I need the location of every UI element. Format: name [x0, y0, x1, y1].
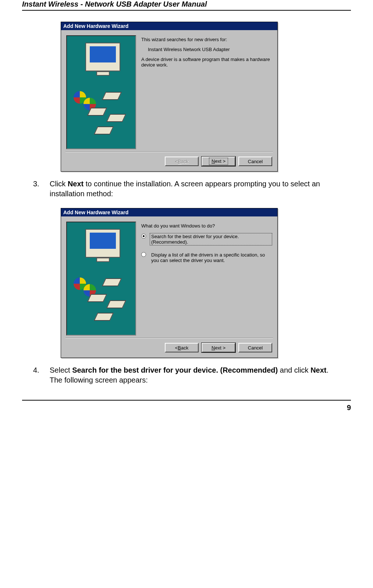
step-4: 4. Select Search for the best driver for…: [33, 365, 340, 385]
page-header: Instant Wireless - Network USB Adapter U…: [22, 0, 351, 11]
dialog-title: Add New Hardware Wizard: [61, 208, 277, 216]
wizard1-line3: A device driver is a software program th…: [141, 57, 272, 68]
cancel-button[interactable]: Cancel: [238, 157, 272, 166]
radio-label: Display a list of all the drivers in a s…: [150, 251, 272, 264]
wizard-graphic: [66, 35, 136, 149]
step-number: 4.: [33, 365, 50, 385]
wizard-graphic: [66, 222, 136, 336]
radio-icon: [141, 252, 146, 257]
radio-label: Search for the best driver for your devi…: [150, 233, 272, 245]
wizard1-device-name: Instant Wireless Network USB Adapter: [148, 47, 272, 52]
wizard-2: Add New Hardware Wizard What do you want…: [61, 208, 351, 358]
dialog-title: Add New Hardware Wizard: [61, 22, 277, 30]
back-button[interactable]: < Back: [165, 343, 199, 352]
step-3: 3. Click Next to continue the installati…: [33, 179, 340, 199]
wizard2-prompt: What do you want Windows to do?: [141, 223, 272, 229]
radio-option-recommended[interactable]: Search for the best driver for your devi…: [141, 233, 272, 245]
next-button[interactable]: Next >: [202, 157, 235, 166]
page-number: 9: [22, 400, 351, 412]
step-number: 3.: [33, 179, 50, 199]
back-button: < Back: [165, 157, 199, 166]
wizard1-line1: This wizard searches for new drivers for…: [141, 37, 272, 42]
next-button[interactable]: Next >: [202, 343, 235, 352]
wizard-1: Add New Hardware Wizard This wizard sear…: [61, 22, 351, 172]
cancel-button[interactable]: Cancel: [238, 343, 272, 352]
radio-icon: [141, 234, 146, 239]
radio-option-list[interactable]: Display a list of all the drivers in a s…: [141, 251, 272, 264]
